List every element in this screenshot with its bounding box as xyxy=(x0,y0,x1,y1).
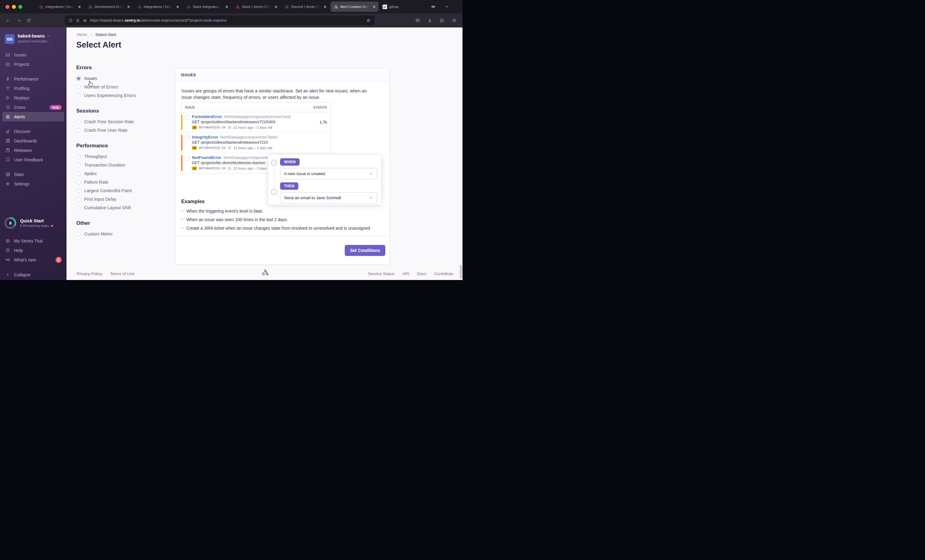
tab-close-icon[interactable]: ✕ xyxy=(126,4,131,9)
sidebar-item-settings[interactable]: Settings xyxy=(0,179,66,188)
alert-type-filters: Errors Issues Number of Errors Users Exp… xyxy=(76,65,152,247)
sidebar-collapse-button[interactable]: Collapse xyxy=(0,270,66,279)
window-controls xyxy=(0,5,27,9)
sidebar-item-user-feedback[interactable]: User Feedback xyxy=(0,155,66,164)
browser-tab[interactable]: Slack Integration | S ✕ xyxy=(183,2,231,12)
sidebar-item-alerts[interactable]: Alerts xyxy=(3,112,64,121)
radio-option-failure-rate[interactable]: Failure Rate xyxy=(76,178,152,187)
radio-option-issues[interactable]: Issues xyxy=(76,74,152,83)
radio-option-largest-contentful-paint[interactable]: Largest Contentful Paint xyxy=(76,187,152,195)
sidebar-item-dashboards[interactable]: Dashboards xyxy=(0,136,66,146)
sidebar-item-issues[interactable]: Issues xyxy=(0,50,66,59)
tab-close-icon[interactable]: ✕ xyxy=(175,4,180,9)
tab-close-icon[interactable]: ✕ xyxy=(224,4,229,9)
api-link[interactable]: API xyxy=(402,271,409,276)
browser-tab-active[interactable]: Alert Creation Wiza ✕ xyxy=(330,2,379,12)
sidebar-item-help[interactable]: Help xyxy=(0,245,66,255)
tab-close-icon[interactable]: ✕ xyxy=(372,4,377,9)
radio-option-crash-free-user-rate[interactable]: Crash Free User Rate xyxy=(76,126,152,134)
popup-rail xyxy=(271,160,277,198)
tab-close-icon[interactable]: ✕ xyxy=(323,4,327,9)
radio-option-custom-metric[interactable]: Custom Metric xyxy=(76,230,152,238)
download-button[interactable] xyxy=(425,15,435,25)
radio-option-transaction-duration[interactable]: Transaction Duration xyxy=(76,161,152,169)
browser-tab[interactable]: Slack | Sentry Docu ✕ xyxy=(232,2,280,12)
extensions-button[interactable] xyxy=(437,15,447,25)
sidebar-item-stats[interactable]: Stats xyxy=(0,170,66,179)
sidebar-item-label: Projects xyxy=(14,62,30,67)
chevron-left-icon xyxy=(5,272,11,277)
browser-tab[interactable]: Integrations | Sentry ✕ xyxy=(36,2,84,12)
sidebar-item-projects[interactable]: Projects xyxy=(0,59,66,69)
projects-icon xyxy=(5,62,11,67)
issue-detail: GET /projects/direct/backend/releases/v7… xyxy=(192,120,308,124)
row-checkbox[interactable] xyxy=(185,115,190,120)
issue-title-link[interactable]: ForbiddenError xyxy=(192,114,222,119)
tab-title: gifcap xyxy=(389,5,429,9)
radio-option-first-input-delay[interactable]: First Input Delay xyxy=(76,195,152,203)
pocket-button[interactable] xyxy=(413,15,423,25)
radio-option-apdex[interactable]: Apdex xyxy=(76,169,152,178)
radio-option-users-experiencing-errors[interactable]: Users Experiencing Errors xyxy=(76,91,152,100)
sidebar-item-whats-new[interactable]: What's new 2 xyxy=(0,255,66,265)
events-count xyxy=(308,132,331,153)
sidebar-item-releases[interactable]: Releases xyxy=(0,146,66,155)
browser-tab[interactable]: Development Enviro ✕ xyxy=(85,2,133,12)
set-conditions-button[interactable]: Set Conditions xyxy=(345,245,385,256)
sidebar-nav: Issues Projects Performance Profiling Re… xyxy=(0,50,66,188)
sidebar-item-label: Collapse xyxy=(14,272,30,277)
reload-button[interactable] xyxy=(24,15,34,25)
contribute-link[interactable]: Contribute xyxy=(434,271,453,276)
sentry-favicon xyxy=(39,5,43,9)
radio-icon xyxy=(76,197,81,202)
browser-tab[interactable]: Integrations | Sentry ✕ xyxy=(134,2,182,12)
issue-title-link[interactable]: IntegrityError xyxy=(192,135,218,139)
radio-option-throughput[interactable]: Throughput xyxy=(76,152,152,161)
row-checkbox[interactable] xyxy=(185,156,190,161)
when-badge: WHEN xyxy=(280,158,300,166)
table-row[interactable]: IntegrityErrorfetchData(app/components/T… xyxy=(181,132,331,153)
window-close-button[interactable] xyxy=(6,5,9,9)
sentry-favicon xyxy=(235,5,240,9)
sidebar-item-discover[interactable]: Discover xyxy=(0,126,66,136)
org-switcher[interactable]: BB baked-beans spencer.murray@s... xyxy=(0,27,66,46)
then-select[interactable]: Send an email to Jane Schmidt xyxy=(280,192,377,203)
service-status-link[interactable]: Service Status xyxy=(368,271,395,276)
forward-button[interactable] xyxy=(14,15,24,25)
browser-tab[interactable]: Discord | Sentry Do ✕ xyxy=(281,2,330,12)
issue-culprit: fetchData(app/components/Table) xyxy=(220,135,278,139)
sidebar-item-profiling[interactable]: Profiling xyxy=(0,84,66,93)
menu-button[interactable] xyxy=(449,15,459,25)
tab-close-icon[interactable]: ✕ xyxy=(77,4,82,9)
example-item: When the triggering event's level is fat… xyxy=(181,208,384,214)
sidebar-item-replays[interactable]: Replays xyxy=(0,93,66,102)
when-select[interactable]: A new issue is created xyxy=(280,168,377,179)
radio-option-cumulative-layout-shift[interactable]: Cumulative Layout Shift xyxy=(76,203,152,212)
window-minimize-button[interactable] xyxy=(12,5,16,9)
platform-js-badge: JS xyxy=(192,126,197,129)
table-row[interactable]: ForbiddenErrorfetchData(app/components/H… xyxy=(181,112,331,132)
terms-of-use-link[interactable]: Terms of Use xyxy=(110,271,134,276)
issue-title-link[interactable]: NotFoundError xyxy=(192,155,221,160)
list-all-tabs-button[interactable] xyxy=(442,2,452,11)
scrollbar-thumb[interactable] xyxy=(460,265,462,279)
tab-close-icon[interactable]: ✕ xyxy=(274,4,278,9)
url-bar[interactable]: https://baked-beans.sentry.io/alerts/nod… xyxy=(65,15,375,25)
back-button[interactable] xyxy=(3,15,14,25)
new-tab-button[interactable]: + xyxy=(428,2,437,11)
sidebar-item-trial[interactable]: My Sentry Trial xyxy=(0,236,66,245)
breadcrumb-alerts-link[interactable]: Alerts xyxy=(77,32,87,37)
chevron-circle-icon xyxy=(271,189,277,195)
sidebar-item-performance[interactable]: Performance xyxy=(0,74,66,84)
quick-start-panel[interactable]: 8 Quick Start 8 Remaining tasks xyxy=(4,217,53,229)
sidebar-item-crons[interactable]: Crons beta xyxy=(0,102,66,112)
window-zoom-button[interactable] xyxy=(18,5,22,9)
privacy-policy-link[interactable]: Privacy Policy xyxy=(77,271,102,276)
sentry-favicon xyxy=(284,5,289,9)
docs-link[interactable]: Docs xyxy=(417,271,426,276)
row-checkbox[interactable] xyxy=(185,136,190,140)
bookmark-star-icon[interactable] xyxy=(366,18,371,23)
radio-option-crash-free-session-rate[interactable]: Crash Free Session Rate xyxy=(76,117,152,126)
radio-option-number-of-errors[interactable]: Number of Errors xyxy=(76,83,152,91)
example-item: Create a JIRA ticket when an issue chang… xyxy=(181,226,384,231)
